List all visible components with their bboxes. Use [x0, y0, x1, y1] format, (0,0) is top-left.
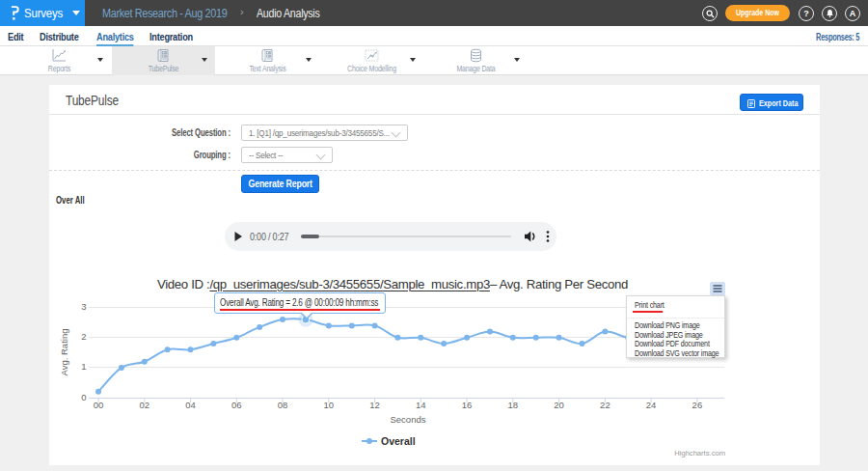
svg-text:Seconds: Seconds — [391, 414, 426, 425]
svg-text:18: 18 — [508, 400, 519, 410]
svg-text:02: 02 — [140, 400, 150, 410]
svg-text:24: 24 — [646, 400, 657, 410]
svg-text:06: 06 — [231, 400, 242, 410]
svg-text:1: 1 — [81, 361, 86, 372]
svg-text:08: 08 — [278, 400, 288, 410]
svg-text:0: 0 — [81, 392, 86, 402]
svg-text:22: 22 — [600, 400, 610, 410]
svg-text:20: 20 — [554, 400, 564, 410]
svg-text:2: 2 — [81, 331, 86, 342]
svg-text:3: 3 — [81, 301, 86, 312]
svg-text:04: 04 — [185, 400, 196, 410]
svg-text:00: 00 — [94, 400, 104, 410]
svg-text:Overall: Overall — [381, 435, 416, 447]
svg-text:Highcharts.com: Highcharts.com — [674, 449, 725, 457]
svg-text:16: 16 — [462, 400, 473, 410]
svg-text:12: 12 — [369, 400, 380, 410]
svg-text:Avg. Rating: Avg. Rating — [59, 329, 69, 376]
svg-text:26: 26 — [692, 400, 703, 410]
svg-text:10: 10 — [324, 400, 335, 410]
svg-text:14: 14 — [416, 400, 426, 410]
